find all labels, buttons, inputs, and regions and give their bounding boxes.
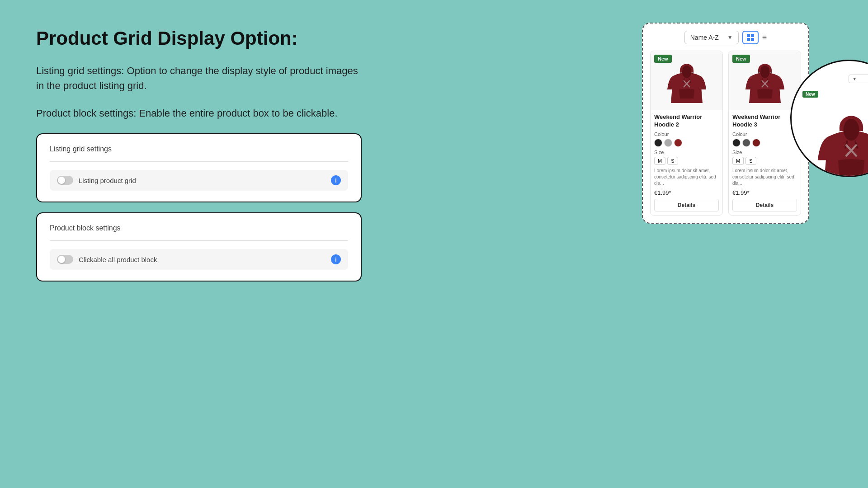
zoom-dropdown: ▼ bbox=[849, 75, 868, 83]
grid-cell bbox=[747, 34, 750, 37]
listing-grid-settings-card: Listing grid settings Listing product gr… bbox=[36, 133, 362, 202]
zoom-circle: ▼ ≡ New bbox=[790, 60, 868, 177]
hoodie-image-1 bbox=[666, 56, 707, 105]
size-m-2[interactable]: M bbox=[732, 157, 744, 165]
swatch-darkgrey-2[interactable] bbox=[742, 139, 750, 147]
product-price-1: €1.99* bbox=[654, 189, 719, 196]
size-options-1: M S bbox=[654, 157, 719, 165]
hoodie-image-2 bbox=[745, 56, 785, 105]
svg-point-3 bbox=[760, 66, 769, 78]
zoom-new-badge: New bbox=[802, 91, 818, 98]
listing-toggle-label: Listing product grid bbox=[79, 177, 136, 184]
product-name-2: Weekend Warrior Hoodie 3 bbox=[732, 113, 797, 129]
product-name-1: Weekend Warrior Hoodie 2 bbox=[654, 113, 719, 129]
color-swatches-2 bbox=[732, 139, 797, 147]
grid-cell bbox=[751, 34, 754, 37]
product-info-1: Weekend Warrior Hoodie 2 Colour Size M S… bbox=[651, 110, 722, 215]
chevron-down-icon: ▼ bbox=[727, 34, 733, 41]
product-block-toggle-label: Clickable all product block bbox=[79, 256, 157, 263]
page-title: Product Grid Display Option: bbox=[36, 27, 362, 50]
divider bbox=[50, 161, 348, 162]
size-options-2: M S bbox=[732, 157, 797, 165]
sort-label: Name A-Z bbox=[690, 34, 719, 41]
svg-point-6 bbox=[844, 119, 859, 141]
list-view-button[interactable]: ≡ bbox=[762, 33, 767, 42]
colour-label-2: Colour bbox=[732, 131, 797, 137]
zoom-hoodie-image bbox=[815, 102, 868, 177]
details-button-2[interactable]: Details bbox=[732, 199, 797, 211]
zoom-product-area: New bbox=[801, 88, 868, 171]
product-price-2: €1.99* bbox=[732, 189, 797, 196]
product-block-settings-title: Product block settings bbox=[50, 224, 348, 232]
swatch-red-1[interactable] bbox=[674, 139, 682, 147]
product-image-wrap-1: New bbox=[651, 51, 722, 110]
details-button-1[interactable]: Details bbox=[654, 199, 719, 211]
product-card-1[interactable]: New bbox=[650, 51, 723, 216]
product-block-settings-card: Product block settings Clickable all pro… bbox=[36, 212, 362, 282]
divider-2 bbox=[50, 240, 348, 241]
listing-toggle[interactable] bbox=[57, 176, 73, 185]
toggle-left: Listing product grid bbox=[57, 176, 136, 185]
listing-info-icon[interactable]: i bbox=[331, 175, 341, 185]
zoom-toolbar: ▼ ≡ bbox=[849, 74, 868, 84]
grid-cell bbox=[747, 38, 750, 41]
listing-settings-title: Listing grid settings bbox=[50, 145, 348, 153]
grid-cell bbox=[751, 38, 754, 41]
product-block-info-icon[interactable]: i bbox=[331, 254, 341, 264]
colour-label-1: Colour bbox=[654, 131, 719, 137]
size-label-1: Size bbox=[654, 150, 719, 155]
grid-view-button[interactable] bbox=[742, 31, 759, 44]
mockup-toolbar: Name A-Z ▼ ≡ bbox=[650, 31, 801, 44]
size-s-2[interactable]: S bbox=[745, 157, 756, 165]
swatch-grey-1[interactable] bbox=[664, 139, 672, 147]
description-2: Product block settings: Enable the entir… bbox=[36, 106, 362, 121]
mockup-container: Name A-Z ▼ ≡ New bbox=[642, 23, 809, 224]
svg-point-0 bbox=[682, 66, 691, 78]
grid-icon bbox=[747, 34, 754, 41]
product-grid: New bbox=[650, 51, 801, 216]
zoom-circle-inner: ▼ ≡ New bbox=[792, 61, 868, 176]
new-badge-1: New bbox=[654, 55, 672, 63]
product-card-2[interactable]: New bbox=[728, 51, 801, 216]
product-desc-2: Lorem ipsum dolor sit amet, consetetur s… bbox=[732, 168, 797, 187]
listing-toggle-row: Listing product grid i bbox=[50, 170, 348, 191]
swatch-darkred-2[interactable] bbox=[752, 139, 760, 147]
swatch-black-1[interactable] bbox=[654, 139, 662, 147]
swatch-black-2[interactable] bbox=[732, 139, 741, 147]
size-m-1[interactable]: M bbox=[654, 157, 665, 165]
sort-dropdown[interactable]: Name A-Z ▼ bbox=[684, 31, 739, 44]
size-label-2: Size bbox=[732, 150, 797, 155]
toggle-left-2: Clickable all product block bbox=[57, 255, 157, 264]
product-desc-1: Lorem ipsum dolor sit amet, consetetur s… bbox=[654, 168, 719, 187]
product-info-2: Weekend Warrior Hoodie 3 Colour Size M S… bbox=[729, 110, 801, 215]
new-badge-2: New bbox=[732, 55, 750, 63]
product-image-wrap-2: New bbox=[729, 51, 801, 110]
description-1: Listing grid settings: Option to change … bbox=[36, 63, 362, 93]
product-block-toggle[interactable] bbox=[57, 255, 73, 264]
product-block-toggle-row: Clickable all product block i bbox=[50, 249, 348, 270]
size-s-1[interactable]: S bbox=[667, 157, 678, 165]
mockup-panel: Name A-Z ▼ ≡ New bbox=[642, 23, 809, 224]
color-swatches-1 bbox=[654, 139, 719, 147]
